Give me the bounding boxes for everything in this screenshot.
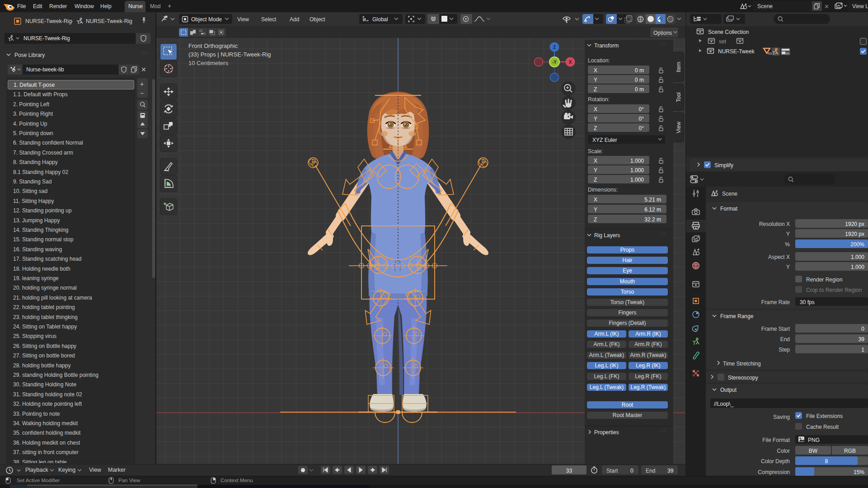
svg-text:X: X [569, 60, 572, 65]
svg-text:Z: Z [553, 45, 556, 50]
svg-text:99: 99 [768, 52, 772, 56]
svg-text:99: 99 [785, 52, 789, 56]
svg-text:-Y: -Y [552, 60, 557, 65]
